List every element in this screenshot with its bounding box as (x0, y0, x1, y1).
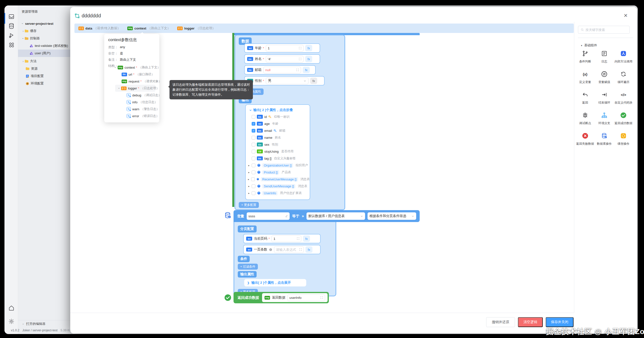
checkbox-checked[interactable]: ✓ (252, 122, 255, 126)
tree-node-url[interactable]: Str. url* （接口路径） (115, 71, 155, 78)
caret-icon[interactable]: › (22, 29, 24, 32)
caret-icon[interactable]: › (21, 22, 24, 25)
age-input[interactable] (268, 46, 298, 50)
fx-button[interactable]: fx (305, 45, 312, 51)
sidebar-item-test-validate[interactable]: test-validate (测试校验) (18, 42, 75, 50)
output-item-object[interactable]: ▸ OrganizationUser [] 组织用户 (246, 162, 310, 169)
sidebar-item-controller-folder[interactable]: › 控制器 (18, 35, 75, 42)
close-icon[interactable]: × (622, 11, 630, 19)
current-page-input[interactable] (274, 237, 296, 241)
component-internal-call[interactable]: 内部方法调用 (614, 50, 633, 64)
expand-icon[interactable] (299, 248, 302, 251)
sex-select[interactable]: 男 (266, 78, 308, 84)
sidebar-item-resources-folder[interactable]: 资源 (18, 65, 75, 72)
email-input[interactable] (265, 68, 295, 72)
output-item[interactable]: Str. id ID唯一标识 (246, 113, 310, 120)
component-define-variable[interactable]: (x) 定义变量 (576, 70, 594, 84)
datasource-select[interactable]: 默认数据库 / 用户信息表 (306, 212, 365, 220)
param-chip-data[interactable]: {··} data （请求/传入数据） (78, 26, 120, 30)
clear-logic-button[interactable]: 清空逻辑 (518, 317, 543, 327)
component-end-loop[interactable]: 结束循环 (594, 91, 614, 105)
caret-icon[interactable]: › (22, 60, 24, 63)
expand-icon[interactable] (320, 296, 323, 299)
sidebar-item-user[interactable]: user (用户) (18, 50, 75, 57)
tree-node-debug[interactable]: fn debug （调试日志） (115, 92, 155, 99)
caret-right-icon[interactable]: ▸ (248, 178, 250, 181)
fx-button[interactable]: fx (303, 67, 310, 73)
component-loop[interactable]: 循环遍历 (614, 70, 633, 84)
checkbox[interactable] (251, 177, 255, 181)
expand-icon[interactable] (296, 68, 299, 71)
checkbox[interactable] (252, 136, 255, 140)
caret-right-icon[interactable]: ▸ (248, 192, 250, 194)
output-item[interactable]: T/F stopUsing 是否停用 (246, 148, 310, 155)
output-item[interactable]: ✓ Str. email 邮箱 (246, 127, 310, 134)
checkbox[interactable] (252, 184, 255, 188)
output-item[interactable]: En sex 性别 (246, 141, 310, 148)
sidebar-item-project[interactable]: › server-project-test (18, 20, 75, 27)
return-data-input[interactable] (289, 296, 320, 300)
tree-node-error[interactable]: fn error （错误日志） (115, 113, 155, 119)
expand-icon[interactable] (299, 57, 302, 60)
tree-node-request[interactable]: Any request* （请求对象） (115, 78, 155, 85)
caret-right-icon[interactable]: ▸ (248, 164, 250, 167)
sidebar-item-env-config[interactable]: 环境配置 (18, 80, 75, 87)
output-item-object[interactable]: ▸ ReceiveUserMessage [] 消息表 (246, 176, 310, 183)
caret-icon[interactable]: › (118, 88, 120, 89)
debug-icon[interactable] (8, 32, 15, 39)
home-icon[interactable] (8, 305, 15, 311)
output-collapse-header[interactable]: 输出[ 2 ]个属性，点击折叠 (246, 105, 310, 113)
sidebar-item-methods-folder[interactable]: › 方法 (18, 57, 75, 65)
search-input[interactable] (586, 28, 627, 32)
checkbox[interactable] (252, 157, 255, 160)
component-condition[interactable]: 条件判断 (576, 50, 594, 64)
expand-icon[interactable] (299, 47, 302, 50)
component-return-success[interactable]: 返回成功数据 (614, 111, 633, 125)
basic-components-group[interactable]: ▾ 基础组件 (581, 43, 597, 48)
tree-node-info[interactable]: fn info （信息日志） (115, 99, 155, 106)
param-chip-context[interactable]: Any context （路由上下文） (127, 26, 170, 30)
tree-node-logger[interactable]: › {··} logger* （日志处理） (115, 85, 155, 92)
checkbox[interactable] (252, 150, 255, 153)
component-custom-code[interactable]: </> 自定义代码块 (614, 91, 633, 105)
undo-restore-button[interactable]: 撤销并还原 (486, 317, 515, 327)
caret-right-icon[interactable]: ▸ (248, 185, 250, 187)
checkbox[interactable] (252, 143, 255, 147)
checkbox[interactable] (252, 191, 255, 195)
more-config-chip[interactable]: + 更多配置 (239, 202, 259, 208)
checkbox-checked[interactable]: ✓ (252, 129, 255, 133)
save-close-button[interactable]: 保存并关闭 (546, 317, 574, 327)
expand-icon[interactable] (297, 237, 299, 240)
caret-right-icon[interactable]: ▸ (248, 171, 250, 174)
fx-button[interactable]: fx (310, 78, 317, 84)
fx-button[interactable]: fx (305, 56, 312, 62)
settings-gear-icon[interactable] (8, 318, 15, 325)
variable-name-input[interactable] (248, 214, 284, 218)
component-breakpoint[interactable]: 调试断点 (576, 111, 594, 125)
tree-node-warn[interactable]: fn warn （警告日志） (115, 106, 155, 113)
component-log[interactable]: 日志 (594, 50, 614, 64)
sidebar-item-cache-folder[interactable]: › 缓存 (18, 27, 75, 35)
open-editors-section[interactable]: › 打开的编辑器 (18, 320, 75, 327)
output-item[interactable]: Str. tag [] 自定义兴趣标签 (246, 155, 310, 162)
component-cache-operation[interactable]: 缓存操作 (614, 132, 633, 146)
component-search[interactable] (578, 26, 630, 34)
filter-condition-chip[interactable]: + 过滤条件 (238, 264, 258, 270)
component-return-fail[interactable]: 返回失败数据 (576, 132, 594, 146)
component-db-operation[interactable]: 数据库操作 (594, 132, 614, 146)
page-size-input[interactable] (276, 248, 298, 252)
explorer-icon[interactable] (8, 13, 15, 20)
sidebar-item-project-config[interactable]: 项目配置 (18, 72, 75, 80)
components-icon[interactable] (8, 42, 15, 48)
query-strategy-select[interactable]: 根据条件和分页条件筛选 (368, 212, 416, 220)
name-input[interactable] (268, 57, 298, 61)
output-item[interactable]: Str. name 姓名 (246, 134, 310, 141)
param-chip-logger[interactable]: {··} logger （日志处理） (177, 26, 215, 30)
database-icon[interactable] (8, 23, 15, 29)
output-item-object[interactable]: ▸ SendUserMessage [] 消息表 (246, 183, 310, 189)
component-assign-variable[interactable]: 变量赋值 (594, 70, 614, 84)
caret-icon[interactable]: › (114, 67, 117, 68)
component-env-branch[interactable]: 环境分支 (594, 111, 614, 125)
output-item-object[interactable]: ▸ UserInfo 用户信息扩展表 (246, 189, 310, 196)
fx-button[interactable]: fx (306, 246, 312, 253)
